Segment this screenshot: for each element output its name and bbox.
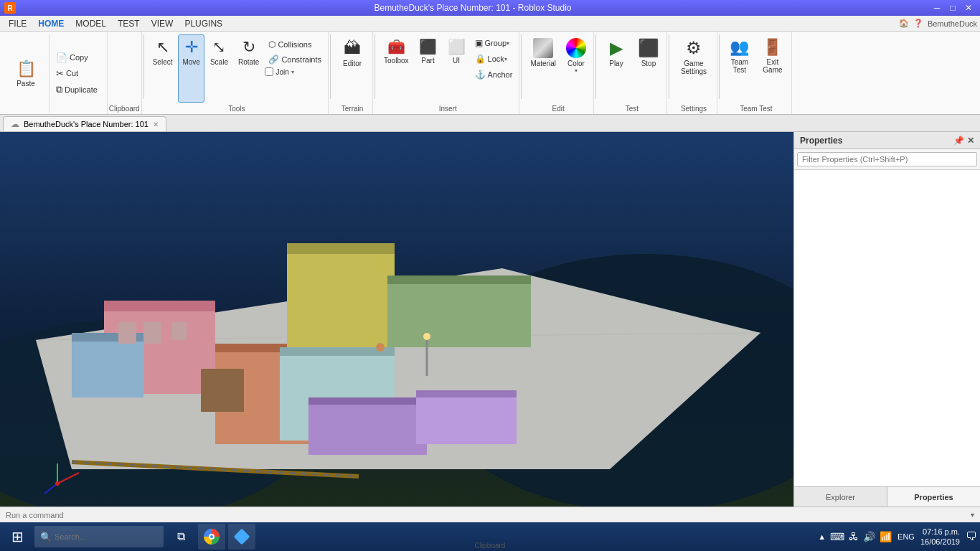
tools-buttons: ↖ Select ✛ Move ⤡ Scale ↻ Rotate ⬡: [149, 34, 325, 103]
menu-test[interactable]: TEST: [112, 17, 146, 30]
svg-point-33: [55, 481, 60, 486]
home-icon: 🏠: [899, 19, 909, 28]
ribbon-group-tools: ↖ Select ✛ Move ⤡ Scale ↻ Rotate ⬡: [146, 32, 329, 114]
tab-properties[interactable]: Properties: [887, 487, 980, 507]
svg-point-26: [423, 333, 430, 340]
panel-pin-icon[interactable]: 📌: [953, 136, 964, 146]
properties-tab-label: Properties: [914, 493, 953, 501]
team-test-label: TeamTest: [731, 58, 748, 74]
window-title: BemutheDuck's Place Number: 101 - Roblox…: [16, 3, 930, 13]
sep7: [719, 34, 720, 99]
window-controls: ─ □ ✕: [930, 2, 976, 14]
edit-buttons: M Material Color ▾: [526, 34, 590, 103]
toolbox-label: Toolbox: [384, 57, 408, 65]
stop-button[interactable]: ⬛ Stop: [633, 34, 664, 103]
maximize-button[interactable]: □: [946, 2, 960, 14]
svg-rect-6: [104, 301, 215, 311]
time-display: 07:16 p.m.: [920, 527, 960, 537]
lock-arrow: ▾: [504, 56, 507, 62]
group-button[interactable]: ▣ Group ▾: [471, 36, 517, 50]
play-button[interactable]: ▶ Play: [600, 34, 632, 103]
paste-button[interactable]: 📋 Paste: [9, 56, 43, 91]
select-button[interactable]: ↖ Select: [149, 34, 177, 103]
material-button[interactable]: M Material: [526, 34, 560, 103]
close-button[interactable]: ✕: [961, 2, 976, 14]
svg-rect-12: [287, 243, 395, 254]
menu-model[interactable]: MODEL: [70, 17, 112, 30]
panel-header-icons: 📌 ✕: [953, 136, 974, 146]
ui-button[interactable]: ⬜ UI: [443, 34, 470, 103]
rotate-button[interactable]: ↻ Rotate: [234, 34, 263, 103]
panel-close-icon[interactable]: ✕: [967, 136, 974, 146]
ribbon-group-terrain: 🏔 Editor Terrain: [332, 32, 373, 114]
help-icon[interactable]: ❓: [913, 19, 923, 28]
join-arrow[interactable]: ▾: [291, 69, 294, 75]
move-icon: ✛: [185, 38, 198, 57]
tab-close-button[interactable]: ✕: [153, 121, 159, 128]
properties-panel-header: Properties 📌 ✕: [794, 132, 980, 149]
stop-icon: ⬛: [638, 38, 659, 58]
terrain-label: Terrain: [341, 103, 364, 113]
rotate-label: Rotate: [238, 58, 259, 66]
menu-plugins[interactable]: PLUGINS: [179, 17, 228, 30]
cut-button[interactable]: ✂ Cut: [52, 66, 101, 81]
team-test-icon: 👥: [730, 38, 749, 57]
copy-icon: 📄: [56, 52, 67, 63]
lock-label: Lock: [488, 55, 504, 63]
material-label: Material: [530, 60, 556, 67]
scene-canvas: [0, 132, 793, 507]
command-input[interactable]: [6, 511, 971, 519]
anchor-button[interactable]: ⚓ Anchor: [471, 67, 517, 82]
stop-label: Stop: [641, 60, 656, 67]
part-label: Part: [421, 57, 434, 65]
3d-viewport[interactable]: [0, 132, 793, 507]
filter-bar: [794, 149, 980, 170]
svg-rect-13: [387, 276, 531, 347]
exit-game-button[interactable]: 🚪 ExitGame: [757, 34, 788, 103]
team-test-group-label: Team Test: [740, 103, 772, 113]
collisions-label: Collisions: [278, 40, 311, 49]
collisions-button[interactable]: ⬡ Collisions: [265, 37, 325, 52]
svg-rect-18: [308, 397, 427, 405]
constraints-button[interactable]: 🔗 Constraints: [265, 52, 325, 67]
tab-strip: ☁ BemutheDuck's Place Number: 101 ✕: [0, 115, 980, 132]
part-button[interactable]: ⬛ Part: [415, 34, 442, 103]
move-button[interactable]: ✛ Move: [178, 34, 204, 103]
user-label[interactable]: BemutheDuck: [928, 19, 977, 28]
join-checkbox[interactable]: [265, 67, 273, 76]
scale-button[interactable]: ⤡ Scale: [206, 34, 232, 103]
properties-panel: Properties 📌 ✕ Explorer Properties: [793, 132, 980, 507]
duplicate-button[interactable]: ⧉ Duplicate: [52, 82, 101, 98]
ribbon-group-settings: ⚙ GameSettings Settings: [671, 32, 717, 114]
menu-home[interactable]: HOME: [32, 17, 70, 30]
test-buttons: ▶ Play ⬛ Stop: [600, 34, 664, 103]
editor-button[interactable]: 🏔 Editor: [336, 34, 368, 71]
color-icon: [566, 38, 586, 58]
game-settings-button[interactable]: ⚙ GameSettings: [675, 34, 712, 79]
editor-icon: 🏔: [344, 38, 361, 58]
settings-label: Settings: [681, 103, 707, 113]
minimize-button[interactable]: ─: [930, 2, 944, 14]
svg-rect-20: [416, 390, 517, 397]
test-label: Test: [626, 103, 639, 113]
group-label: Group: [485, 39, 507, 47]
toolbox-button[interactable]: 🧰 Toolbox: [380, 34, 413, 103]
tab-cloud-icon: ☁: [11, 119, 19, 129]
team-test-button[interactable]: 👥 TeamTest: [724, 34, 755, 103]
svg-rect-19: [416, 390, 517, 444]
menu-file[interactable]: FILE: [3, 17, 32, 30]
copy-button[interactable]: 📄 Copy: [52, 50, 101, 65]
ribbon-group-clipboard: 📋 Paste 📄 Copy ✂ Cut ⧉ Duplicate Clipboa…: [0, 32, 108, 114]
tools-right: ⬡ Collisions 🔗 Constraints Join ▾: [265, 34, 325, 103]
game-settings-icon: ⚙: [686, 38, 702, 58]
svg-rect-22: [118, 322, 136, 344]
active-tab[interactable]: ☁ BemutheDuck's Place Number: 101 ✕: [3, 116, 166, 131]
menu-view[interactable]: VIEW: [146, 17, 179, 30]
tab-explorer[interactable]: Explorer: [794, 487, 887, 507]
color-button[interactable]: Color ▾: [562, 34, 590, 103]
filter-input[interactable]: [797, 152, 977, 166]
copy-label: Copy: [70, 53, 88, 62]
lock-button[interactable]: 🔒 Lock ▾: [471, 52, 517, 66]
constraints-icon: 🔗: [268, 55, 279, 65]
statusbar-dropdown-icon[interactable]: ▾: [971, 511, 974, 519]
